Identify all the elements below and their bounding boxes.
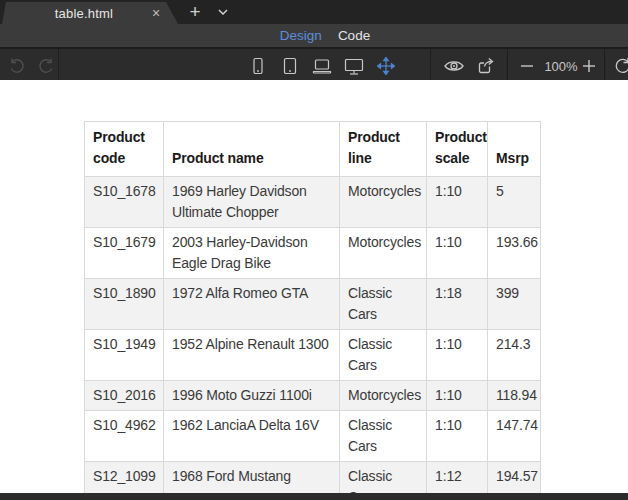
table-cell[interactable]: 1962 LanciaA Delta 16V — [164, 411, 340, 462]
move-tool-icon[interactable] — [373, 53, 399, 79]
table-cell[interactable]: Motorcycles — [340, 381, 427, 411]
tablet-preview-icon[interactable] — [277, 53, 303, 79]
zoom-out-icon[interactable] — [514, 53, 540, 79]
table-cell[interactable]: 118.94 — [488, 381, 541, 411]
table-cell[interactable]: S10_1890 — [85, 279, 164, 330]
table-cell[interactable]: 1969 Harley Davidson Ultimate Chopper — [164, 177, 340, 228]
table-cell[interactable]: 1972 Alfa Romeo GTA — [164, 279, 340, 330]
toolbar-separator — [58, 49, 59, 80]
tab-title: table.html — [2, 6, 152, 21]
table-cell[interactable]: S12_1099 — [85, 462, 164, 494]
table-cell[interactable]: S10_2016 — [85, 381, 164, 411]
product-table: Product code Product name Product line P… — [84, 121, 541, 493]
table-cell[interactable]: 1952 Alpine Renault 1300 — [164, 330, 340, 381]
table-row: S10_1890 1972 Alfa Romeo GTA Classic Car… — [85, 279, 541, 330]
table-cell[interactable]: 399 — [488, 279, 541, 330]
toolbar-separator — [604, 49, 605, 80]
table-cell[interactable]: Motorcycles — [340, 177, 427, 228]
toolbar-separator — [430, 49, 431, 80]
table-cell[interactable]: S10_1679 — [85, 228, 164, 279]
table-row: S10_1679 2003 Harley-Davidson Eagle Drag… — [85, 228, 541, 279]
undo-icon[interactable] — [4, 53, 30, 79]
table-cell[interactable]: Classic Cars — [340, 411, 427, 462]
table-cell[interactable]: Classic Cars — [340, 330, 427, 381]
laptop-preview-icon[interactable] — [309, 53, 335, 79]
table-cell[interactable]: Motorcycles — [340, 228, 427, 279]
table-cell[interactable]: 5 — [488, 177, 541, 228]
table-cell[interactable]: 1:10 — [427, 228, 488, 279]
tab-code[interactable]: Code — [338, 28, 370, 43]
table-cell[interactable]: 193.66 — [488, 228, 541, 279]
table-cell[interactable]: Classic Cars — [340, 462, 427, 494]
column-header[interactable]: Msrp — [488, 122, 541, 177]
toolbar-separator — [507, 49, 508, 80]
refresh-icon[interactable] — [610, 53, 628, 79]
column-header[interactable]: Product name — [164, 122, 340, 177]
table-row: S10_4962 1962 LanciaA Delta 16V Classic … — [85, 411, 541, 462]
column-header[interactable]: Product line — [340, 122, 427, 177]
new-tab-button[interactable]: + — [182, 0, 208, 24]
table-cell[interactable]: Classic Cars — [340, 279, 427, 330]
table-cell[interactable]: 147.74 — [488, 411, 541, 462]
table-cell[interactable]: 1:10 — [427, 381, 488, 411]
mode-bar: Design Code — [0, 24, 628, 47]
tab-design[interactable]: Design — [280, 28, 322, 43]
tab-list-chevron-down-icon[interactable] — [212, 0, 234, 24]
bottom-bar — [0, 493, 628, 500]
export-icon[interactable] — [473, 53, 499, 79]
tab-bar: table.html × + — [0, 0, 628, 24]
table-cell[interactable]: 1:18 — [427, 279, 488, 330]
table-cell[interactable]: S10_1678 — [85, 177, 164, 228]
table-row: S10_1949 1952 Alpine Renault 1300 Classi… — [85, 330, 541, 381]
tab-table-html[interactable]: table.html × — [2, 2, 178, 24]
table-cell[interactable]: 1:10 — [427, 177, 488, 228]
table-row: S12_1099 1968 Ford Mustang Classic Cars … — [85, 462, 541, 494]
table-cell[interactable]: S10_1949 — [85, 330, 164, 381]
zoom-level: 100% — [543, 53, 579, 79]
preview-eye-icon[interactable] — [441, 53, 467, 79]
phone-preview-icon[interactable] — [245, 53, 271, 79]
table-row: S10_2016 1996 Moto Guzzi 1100i Motorcycl… — [85, 381, 541, 411]
table-cell[interactable]: 1:10 — [427, 330, 488, 381]
column-header[interactable]: Product code — [85, 122, 164, 177]
table-cell[interactable]: 1968 Ford Mustang — [164, 462, 340, 494]
desktop-preview-icon[interactable] — [341, 53, 367, 79]
table-cell[interactable]: 1:10 — [427, 411, 488, 462]
zoom-in-icon[interactable] — [576, 53, 602, 79]
tab-close-icon[interactable]: × — [152, 5, 178, 21]
table-row: S10_1678 1969 Harley Davidson Ultimate C… — [85, 177, 541, 228]
table-cell[interactable]: 2003 Harley-Davidson Eagle Drag Bike — [164, 228, 340, 279]
table-header-row: Product code Product name Product line P… — [85, 122, 541, 177]
design-canvas[interactable]: Product code Product name Product line P… — [0, 80, 628, 493]
table-cell[interactable]: S10_4962 — [85, 411, 164, 462]
table-cell[interactable]: 194.57 — [488, 462, 541, 494]
table-cell[interactable]: 214.3 — [488, 330, 541, 381]
redo-icon[interactable] — [33, 53, 59, 79]
table-cell[interactable]: 1:12 — [427, 462, 488, 494]
toolbar: 100% — [0, 47, 628, 80]
table-cell[interactable]: 1996 Moto Guzzi 1100i — [164, 381, 340, 411]
column-header[interactable]: Product scale — [427, 122, 488, 177]
editor-window: table.html × + Design Code — [0, 0, 628, 500]
